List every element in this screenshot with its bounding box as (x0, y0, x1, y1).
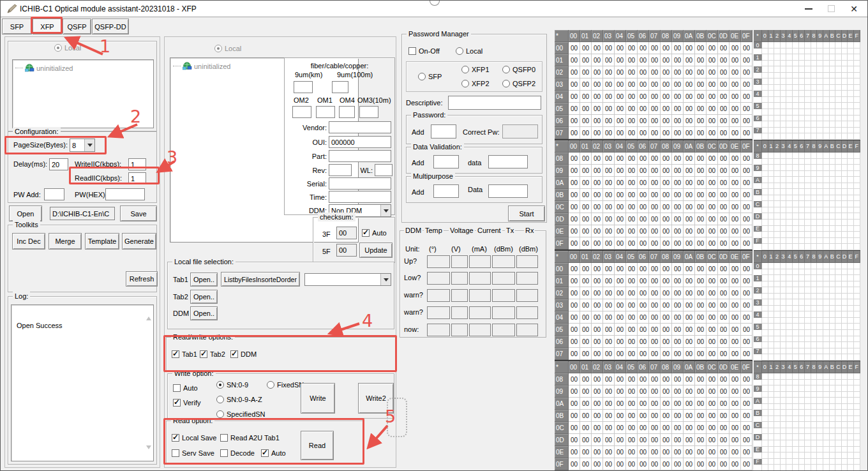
hex-cell[interactable]: 00 (649, 348, 661, 360)
hex-cell[interactable]: 00 (592, 103, 603, 115)
hex-cell[interactable]: 00 (718, 385, 730, 398)
ascii-cell[interactable] (854, 133, 860, 140)
hex-cell[interactable]: 00 (672, 42, 684, 54)
hex-cell[interactable]: 00 (695, 66, 707, 78)
ascii-cell[interactable] (842, 238, 848, 244)
ascii-cell[interactable] (823, 299, 830, 306)
hex-cell[interactable]: 00 (638, 398, 649, 410)
hex-cell[interactable]: 00 (569, 225, 580, 237)
ascii-cell[interactable] (799, 226, 805, 232)
ascii-cell[interactable] (811, 109, 818, 116)
hex-cell[interactable]: 00 (638, 189, 649, 201)
ascii-cell[interactable] (805, 422, 811, 428)
ascii-cell[interactable] (781, 465, 787, 471)
ascii-cell[interactable] (830, 189, 836, 195)
ascii-cell[interactable] (830, 73, 836, 79)
ascii-cell[interactable] (817, 91, 823, 97)
dist-9um-km-input[interactable] (294, 81, 313, 93)
ascii-cell[interactable] (799, 440, 805, 447)
hex-cell[interactable]: 00 (695, 410, 707, 422)
hex-cell[interactable]: 00 (730, 165, 741, 177)
ascii-cell[interactable] (811, 287, 818, 294)
ascii-cell[interactable] (774, 232, 781, 238)
ascii-cell[interactable] (830, 306, 836, 312)
ascii-cell[interactable] (835, 373, 842, 380)
ascii-cell[interactable] (817, 410, 823, 416)
hex-cell[interactable]: 00 (569, 299, 580, 311)
hex-cell[interactable]: 00 (626, 275, 638, 287)
ascii-cell[interactable] (817, 416, 823, 422)
ascii-cell[interactable] (854, 201, 860, 207)
ascii-cell[interactable] (768, 49, 775, 55)
ascii-cell[interactable] (848, 428, 854, 435)
ascii-cell[interactable] (799, 318, 805, 324)
ascii-cell[interactable] (805, 263, 811, 269)
ascii-cell[interactable] (774, 66, 781, 73)
ascii-cell[interactable] (811, 103, 818, 109)
ascii-cell[interactable] (830, 416, 836, 422)
hex-grid-block-1[interactable]: *000102030405060708090A0B0C0D0E0F0000000… (555, 30, 752, 140)
ascii-cell[interactable] (848, 189, 854, 195)
ascii-cell[interactable] (817, 195, 823, 202)
ascii-cell[interactable] (817, 244, 823, 250)
ascii-cell[interactable] (786, 171, 793, 177)
hex-cell[interactable]: 00 (661, 398, 672, 410)
ascii-cell[interactable] (830, 78, 836, 85)
ascii-cell[interactable] (817, 85, 823, 91)
inc-dec-button[interactable]: Inc Dec (12, 233, 45, 250)
ascii-cell[interactable] (774, 121, 781, 128)
ascii-cell[interactable] (805, 318, 811, 324)
ascii-cell[interactable] (805, 232, 811, 238)
ascii-cell[interactable] (786, 78, 793, 85)
ascii-cell[interactable] (762, 73, 768, 79)
ascii-cell[interactable] (830, 103, 836, 109)
hex-cell[interactable]: 00 (592, 213, 603, 225)
ascii-cell[interactable] (848, 195, 854, 202)
hex-cell[interactable]: 00 (741, 348, 752, 360)
ascii-cell[interactable] (817, 330, 823, 336)
hex-cell[interactable]: 00 (741, 373, 752, 385)
ascii-cell[interactable] (842, 373, 848, 380)
hex-cell[interactable]: 00 (730, 66, 741, 78)
hex-cell[interactable]: 00 (707, 446, 718, 458)
hex-cell[interactable]: 00 (718, 311, 730, 324)
ascii-cell[interactable] (781, 97, 787, 103)
ascii-cell[interactable] (762, 159, 768, 165)
ascii-cell[interactable] (805, 385, 811, 392)
ascii-cell[interactable] (842, 49, 848, 55)
hex-cell[interactable]: 00 (695, 446, 707, 458)
ascii-cell[interactable] (774, 434, 781, 440)
ascii-cell[interactable] (774, 153, 781, 159)
hex-cell[interactable]: 00 (718, 115, 730, 127)
ascii-cell[interactable] (786, 116, 793, 122)
hex-cell[interactable]: 00 (741, 311, 752, 324)
ascii-cell[interactable] (793, 49, 799, 55)
ascii-cell[interactable] (805, 373, 811, 380)
ascii-cell[interactable] (805, 49, 811, 55)
ascii-cell[interactable] (842, 226, 848, 232)
hex-cell[interactable]: 00 (741, 275, 752, 287)
ascii-cell[interactable] (835, 392, 842, 398)
ascii-cell[interactable] (793, 116, 799, 122)
ascii-cell[interactable] (774, 422, 781, 428)
ascii-cell[interactable] (842, 183, 848, 190)
ascii-cell[interactable] (854, 78, 860, 85)
ascii-cell[interactable] (762, 213, 768, 220)
ascii-cell[interactable] (835, 220, 842, 226)
ascii-cell[interactable] (830, 116, 836, 122)
ascii-cell[interactable] (805, 171, 811, 177)
ascii-cell[interactable] (848, 42, 854, 49)
ascii-cell[interactable] (762, 324, 768, 330)
hex-cell[interactable]: 00 (615, 311, 626, 324)
ascii-cell[interactable] (781, 177, 787, 183)
hex-cell[interactable]: 00 (649, 177, 661, 189)
hex-cell[interactable]: 00 (718, 225, 730, 237)
hex-cell[interactable]: 00 (707, 177, 718, 189)
ascii-cell[interactable] (786, 447, 793, 453)
ascii-cell[interactable] (823, 428, 830, 435)
hex-cell[interactable]: 00 (661, 42, 672, 54)
ascii-cell[interactable] (774, 159, 781, 165)
ascii-cell[interactable] (848, 311, 854, 318)
hex-cell[interactable]: 00 (661, 103, 672, 115)
ascii-cell[interactable] (768, 226, 775, 232)
